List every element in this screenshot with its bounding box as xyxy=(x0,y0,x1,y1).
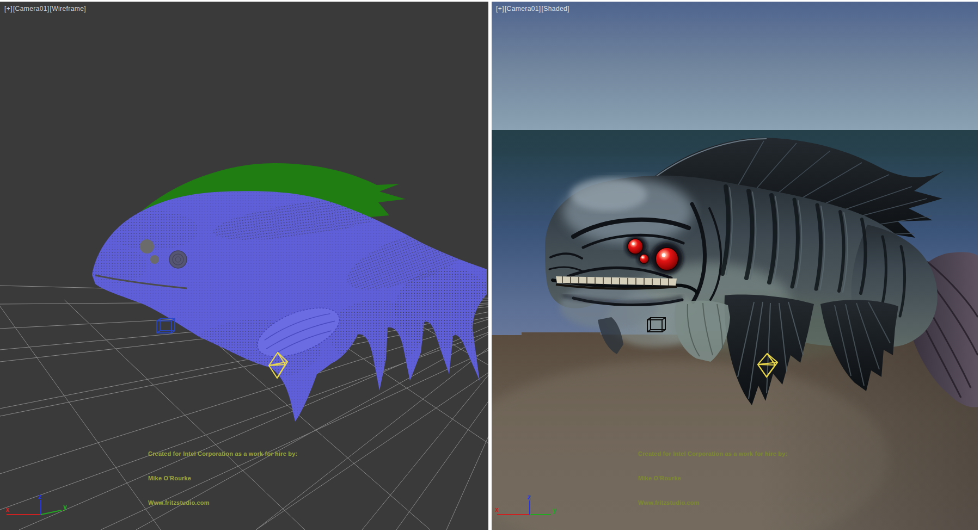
viewport-menu-expand[interactable]: [+] xyxy=(496,5,504,13)
credit-line: Mike O'Rourke xyxy=(148,474,297,482)
fish-eye-mesh xyxy=(169,251,187,268)
fish-eye-spot xyxy=(140,239,154,253)
viewport-menu-camera[interactable]: [Camera01] xyxy=(505,5,541,13)
axis-y-label: y xyxy=(63,503,67,511)
viewport-menu-camera[interactable]: [Camera01] xyxy=(13,5,50,13)
axis-y-label: y xyxy=(553,506,556,514)
eye-medium xyxy=(628,239,643,254)
scene-credit-text-object[interactable]: Created for Intel Corporation as a work … xyxy=(638,434,787,523)
axis-x-label: x xyxy=(495,506,499,514)
max-viewport-area: [+][Camera01][Wireframe] Created for Int… xyxy=(0,0,980,532)
scene-credit-text-object[interactable]: Created for Intel Corporation as a work … xyxy=(148,434,297,523)
eye-small xyxy=(640,255,649,264)
fish-eye-spot-small xyxy=(150,255,159,264)
sky-background xyxy=(492,2,978,130)
eye-large xyxy=(656,248,678,270)
world-axis-gizmo: x z y xyxy=(0,493,76,527)
credit-line: Www.fritzstudio.com xyxy=(148,499,297,507)
credit-line: Mike O'Rourke xyxy=(638,474,787,482)
credit-line: Www.fritzstudio.com xyxy=(638,499,787,507)
viewport-label-bar: [+][Camera01][Shaded] xyxy=(496,5,570,13)
head-highlight-bright xyxy=(571,178,647,211)
viewport-menu-shading[interactable]: [Shaded] xyxy=(542,5,569,13)
credit-line: Created for Intel Corporation as a work … xyxy=(148,450,297,458)
viewport-label-bar: [+][Camera01][Wireframe] xyxy=(4,5,87,13)
axis-z-label: z xyxy=(527,493,531,501)
fish-mesh-stipple xyxy=(87,190,488,422)
credit-line: Created for Intel Corporation as a work … xyxy=(638,450,787,458)
viewport-wireframe[interactable]: [+][Camera01][Wireframe] Created for Int… xyxy=(0,2,488,530)
viewport-shaded[interactable]: [+][Camera01][Shaded] Created for Intel … xyxy=(492,2,978,530)
fish-model-wireframe[interactable] xyxy=(87,163,488,422)
box-helper-wireframe[interactable] xyxy=(157,319,175,333)
world-axis-gizmo: x z y xyxy=(492,493,568,527)
axis-x-label: x xyxy=(5,506,9,514)
axis-z-label: z xyxy=(38,493,42,500)
viewport-menu-shading[interactable]: [Wireframe] xyxy=(50,5,86,13)
viewport-menu-expand[interactable]: [+] xyxy=(4,5,13,13)
